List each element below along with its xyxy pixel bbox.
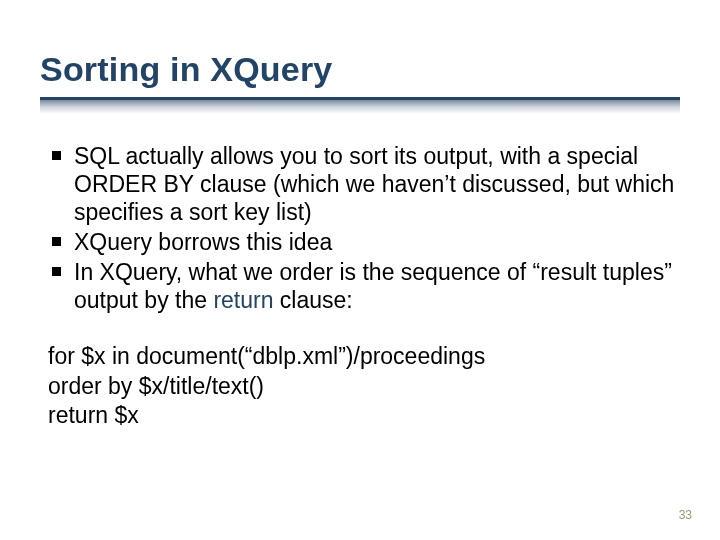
title-gradient <box>40 100 680 114</box>
slide: Sorting in XQuery SQL actually allows yo… <box>0 0 720 540</box>
code-line: return $x <box>48 401 680 430</box>
slide-body: SQL actually allows you to sort its outp… <box>40 142 680 431</box>
bullet-item: SQL actually allows you to sort its outp… <box>48 142 680 226</box>
bullet-list: SQL actually allows you to sort its outp… <box>42 142 680 314</box>
page-number: 33 <box>679 508 692 522</box>
code-line: for $x in document(“dblp.xml”)/proceedin… <box>48 342 680 371</box>
keyword-return: return <box>213 287 273 313</box>
bullet-text: clause: <box>273 287 352 313</box>
bullet-text: In XQuery, what we order is the sequence… <box>74 259 672 313</box>
bullet-item: In XQuery, what we order is the sequence… <box>48 258 680 314</box>
slide-title: Sorting in XQuery <box>40 50 680 95</box>
code-line: order by $x/title/text() <box>48 372 680 401</box>
bullet-item: XQuery borrows this idea <box>48 228 680 256</box>
code-block: for $x in document(“dblp.xml”)/proceedin… <box>42 342 680 430</box>
